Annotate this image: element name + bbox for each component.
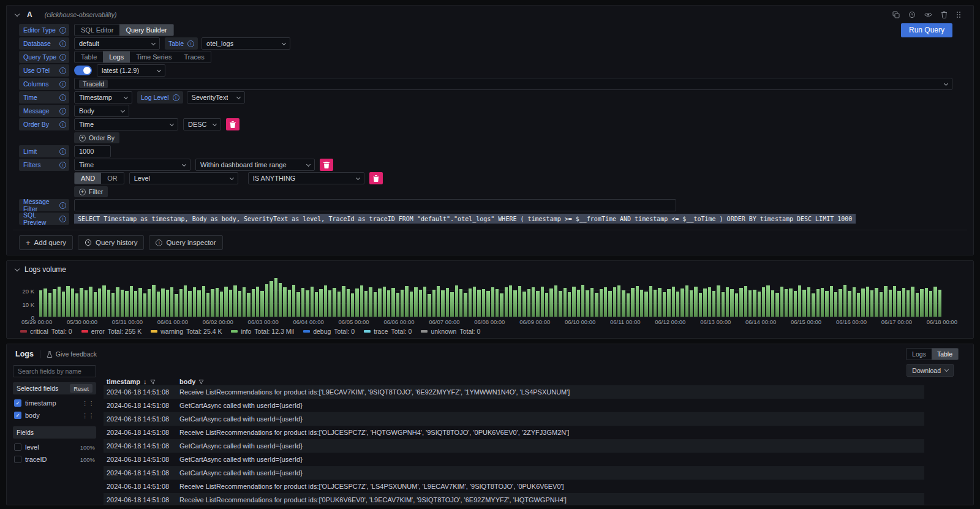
log-level-select[interactable]: SeverityText	[187, 91, 245, 104]
body-column-header[interactable]: body	[179, 378, 924, 385]
drag-handle-icon[interactable]: ⋮⋮	[82, 400, 95, 407]
sql-preview[interactable]: SELECT Timestamp as timestamp, Body as b…	[74, 214, 856, 224]
info-icon[interactable]: i	[59, 27, 66, 34]
conjunction-or[interactable]: OR	[101, 173, 124, 184]
database-select[interactable]: default	[74, 37, 160, 50]
volume-bar	[685, 285, 688, 317]
table-row[interactable]: 2024-06-18 14:51:08Receive ListRecommend…	[104, 493, 924, 505]
field-row[interactable]: level100%	[13, 441, 96, 453]
info-icon[interactable]: i	[59, 162, 66, 168]
add-order-by-button[interactable]: + Order By	[74, 132, 119, 143]
legend-item[interactable]: warningTotal: 25.4 K	[151, 328, 222, 335]
view-table-option[interactable]: Table	[932, 349, 958, 360]
info-icon[interactable]: i	[187, 40, 194, 47]
table-row[interactable]: 2024-06-18 14:51:08GetCartAsync called w…	[104, 466, 924, 480]
info-icon[interactable]: i	[59, 108, 66, 115]
volume-bar	[75, 293, 78, 317]
reset-button[interactable]: Reset	[70, 384, 92, 393]
query-type-traces[interactable]: Traces	[178, 51, 210, 62]
run-query-button[interactable]: Run Query	[901, 23, 952, 37]
info-icon[interactable]: i	[59, 67, 66, 74]
collapse-chevron-icon[interactable]	[15, 11, 20, 16]
field-name: level	[25, 443, 39, 451]
limit-input[interactable]	[74, 145, 111, 157]
use-otel-toggle[interactable]	[74, 66, 92, 75]
order-by-field-select[interactable]: Time	[74, 118, 178, 130]
duplicate-icon[interactable]	[892, 11, 900, 18]
info-icon[interactable]: i	[173, 94, 179, 101]
info-icon[interactable]: i	[59, 54, 66, 61]
table-row[interactable]: 2024-06-18 14:51:08GetCartAsync called w…	[104, 412, 924, 426]
column-tag[interactable]: TraceId	[79, 80, 108, 88]
remove-level-filter-button[interactable]	[369, 172, 383, 184]
info-icon[interactable]: i	[59, 40, 66, 47]
volume-bar	[410, 292, 413, 317]
add-filter-button[interactable]: + Filter	[74, 186, 108, 197]
filter-funnel-icon[interactable]	[198, 379, 204, 385]
info-icon[interactable]: i	[59, 81, 66, 88]
query-type-time-series[interactable]: Time Series	[130, 51, 178, 62]
time-column-select[interactable]: Timestamp	[74, 91, 132, 104]
otel-version-select[interactable]: latest (1.2.9)	[97, 64, 165, 77]
remove-filter-button[interactable]	[320, 159, 333, 171]
info-icon[interactable]: i	[59, 202, 66, 209]
query-type-table[interactable]: Table	[75, 51, 103, 62]
table-select[interactable]: otel_logs	[202, 37, 290, 50]
legend-item[interactable]: traceTotal: 0	[364, 328, 412, 335]
table-row[interactable]: 2024-06-18 14:51:08Receive ListRecommend…	[104, 480, 924, 493]
table-row[interactable]: 2024-06-18 14:51:08Receive ListRecommend…	[104, 385, 924, 399]
table-row[interactable]: 2024-06-18 14:51:08GetCartAsync called w…	[104, 453, 924, 466]
selected-field-row[interactable]: ✓body⋮⋮	[13, 409, 96, 421]
legend-item[interactable]: unknownTotal: 0	[421, 328, 480, 335]
conjunction-and[interactable]: AND	[75, 173, 101, 184]
checkbox-checked[interactable]: ✓	[14, 399, 21, 407]
view-logs-option[interactable]: Logs	[907, 349, 932, 360]
legend-item[interactable]: debugTotal: 0	[303, 328, 355, 335]
logs-panel: Logs Give feedback Logs Table Selected f…	[6, 344, 974, 505]
checkbox-checked[interactable]: ✓	[14, 412, 21, 419]
columns-multiselect[interactable]: TraceId	[74, 78, 952, 90]
field-row[interactable]: traceID100%	[13, 453, 96, 466]
checkbox-unchecked[interactable]	[14, 443, 21, 451]
filter-field-select[interactable]: Time	[74, 159, 190, 171]
volume-bar	[446, 288, 449, 317]
legend-item[interactable]: infoTotal: 12.3 Mil	[231, 328, 294, 335]
info-icon[interactable]: i	[59, 148, 66, 155]
table-row[interactable]: 2024-06-18 14:51:08Receive ListRecommend…	[104, 426, 924, 439]
history-icon[interactable]	[908, 11, 916, 18]
timestamp-column-header[interactable]: timestamp ↓	[104, 378, 179, 385]
query-history-button[interactable]: Query history	[78, 235, 144, 250]
level-filter-operator-select[interactable]: IS ANYTHING	[248, 172, 364, 184]
info-icon[interactable]: i	[59, 216, 66, 222]
query-type-logs[interactable]: Logs	[103, 51, 130, 62]
table-row[interactable]: 2024-06-18 14:51:08GetCartAsync called w…	[104, 439, 924, 453]
table-row[interactable]: 2024-06-18 14:51:08GetCartAsync called w…	[104, 399, 924, 412]
info-icon[interactable]: i	[59, 121, 66, 128]
eye-icon[interactable]	[924, 12, 932, 18]
query-inspector-button[interactable]: i Query inspector	[149, 235, 222, 250]
legend-item[interactable]: errorTotal: 255 K	[81, 328, 142, 335]
download-button[interactable]: Download	[907, 364, 954, 377]
trash-icon[interactable]	[941, 11, 948, 18]
remove-order-by-button[interactable]	[226, 118, 239, 130]
add-query-button[interactable]: + Add query	[19, 235, 73, 250]
drag-handle-icon[interactable]	[956, 11, 961, 18]
filter-operator-select[interactable]: Within dashboard time range	[195, 159, 315, 171]
info-icon[interactable]: i	[59, 94, 66, 101]
editor-type-query-builder[interactable]: Query Builder	[119, 25, 173, 36]
logs-volume-plot[interactable]	[39, 277, 941, 317]
message-column-select[interactable]: Body	[74, 105, 129, 117]
give-feedback-link[interactable]: Give feedback	[47, 350, 97, 358]
checkbox-unchecked[interactable]	[14, 456, 21, 463]
level-filter-field-select[interactable]: Level	[129, 172, 238, 184]
selected-field-row[interactable]: ✓timestamp⋮⋮	[13, 397, 96, 409]
sort-desc-icon[interactable]: ↓	[143, 378, 147, 385]
message-filter-input[interactable]	[74, 199, 676, 211]
filter-funnel-icon[interactable]	[150, 379, 156, 385]
search-fields-input[interactable]	[13, 365, 96, 377]
drag-handle-icon[interactable]: ⋮⋮	[82, 412, 95, 419]
legend-item[interactable]: criticalTotal: 0	[20, 328, 72, 335]
editor-type-sql-editor[interactable]: SQL Editor	[75, 25, 119, 36]
order-by-direction-select[interactable]: DESC	[183, 118, 221, 130]
collapse-chevron-icon[interactable]	[15, 266, 20, 271]
